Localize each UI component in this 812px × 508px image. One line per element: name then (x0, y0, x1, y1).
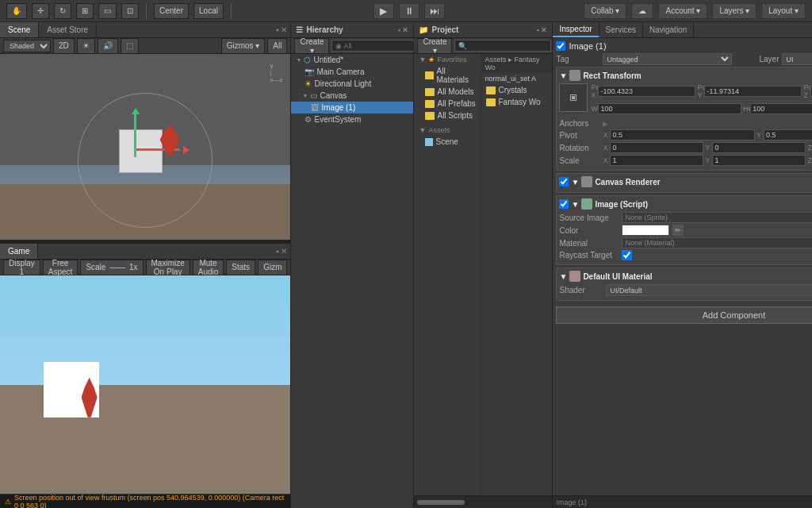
shader-select[interactable]: UI/Default (606, 284, 812, 296)
add-component-btn[interactable]: Add Component (556, 306, 812, 324)
rect-transform-icon (569, 70, 580, 81)
project-assets-header: ▼ Assets (414, 125, 481, 136)
pause-btn[interactable]: ⏸ (399, 3, 419, 19)
navigation-tab[interactable]: Navigation (643, 22, 694, 37)
scale-btn[interactable]: Scale —— 1x (80, 260, 143, 275)
account-btn[interactable]: Account ▾ (658, 3, 707, 19)
game-panel-ctrl: ▪ ✕ (273, 247, 290, 256)
scene-tab[interactable]: Scene (0, 22, 39, 37)
height-input[interactable] (750, 103, 812, 114)
hierarchy-item-canvas[interactable]: ▼ ▭ Canvas (291, 90, 413, 102)
folder-prefabs-icon (425, 100, 435, 108)
image-script-checkbox[interactable] (559, 199, 569, 209)
project-all-materials[interactable]: All Materials (414, 65, 481, 86)
maximize-btn[interactable]: Maximize On Play (146, 260, 190, 275)
project-all-models[interactable]: All Models (414, 86, 481, 98)
asset-store-tab[interactable]: Asset Store (39, 22, 97, 37)
transform-tool-btn[interactable]: ⊡ (121, 3, 139, 19)
color-eyedropper[interactable]: ✏ (672, 225, 684, 236)
project-all-scripts[interactable]: All Scripts (414, 110, 481, 121)
pivot-x-input[interactable] (610, 129, 755, 140)
display-select[interactable]: Display 1 (3, 260, 40, 275)
pos-y-input[interactable] (704, 86, 802, 97)
aspect-select[interactable]: Free Aspect (43, 260, 79, 275)
lighting-btn[interactable]: ☀ (77, 38, 95, 54)
local-btn[interactable]: Local (193, 3, 224, 19)
project-scene-item[interactable]: Scene (414, 136, 481, 148)
hand-tool-btn[interactable]: ✋ (6, 3, 27, 19)
move-tool-btn[interactable]: ✛ (32, 3, 49, 19)
layer-label: Layer (735, 55, 779, 64)
scale-y-input[interactable] (712, 155, 806, 166)
scale-x-input[interactable] (610, 155, 703, 166)
width-field: Width (591, 101, 741, 117)
gizmos-btn[interactable]: Gizmos ▾ (221, 38, 266, 54)
scale-tool-btn[interactable]: ⊞ (76, 3, 94, 19)
stats-btn[interactable]: Stats (226, 260, 255, 275)
all-models-label: All Models (437, 87, 473, 96)
inspector-bottom-label: Image (1) (556, 498, 587, 506)
2d-btn[interactable]: 2D (53, 38, 75, 54)
layer-select[interactable]: UI (782, 53, 812, 65)
center-btn[interactable]: Center (154, 3, 189, 19)
project-create-btn[interactable]: Create ▾ (417, 38, 452, 54)
project-search[interactable] (454, 40, 551, 52)
pivot-y-input[interactable] (764, 129, 812, 140)
audio-btn[interactable]: 🔊 (98, 38, 118, 54)
normal-ui-item[interactable]: normal_ui_set A (481, 73, 552, 84)
play-btn[interactable]: ▶ (373, 3, 394, 19)
canvas-renderer-checkbox[interactable] (559, 177, 569, 187)
rotate-tool-btn[interactable]: ↻ (54, 3, 71, 19)
rot-y-input[interactable] (712, 142, 806, 153)
raycast-row: Raycast Target (559, 250, 812, 260)
cloud-btn[interactable]: ☁ (631, 3, 653, 19)
services-tab[interactable]: Services (599, 22, 643, 37)
raycast-checkbox[interactable] (622, 250, 632, 260)
inspector-panel: Inspector Services Navigation ▪ ✕ Image … (553, 22, 812, 508)
layers-btn[interactable]: Layers ▾ (712, 3, 756, 19)
shaded-select[interactable]: Shaded (3, 40, 51, 52)
rot-x-input[interactable] (610, 142, 703, 153)
pos-x-label: Pos X (591, 83, 597, 99)
hierarchy-item-main-camera[interactable]: 📷 Main Camera (291, 66, 413, 78)
color-swatch[interactable] (622, 225, 669, 236)
project-crystals[interactable]: Crystals (481, 84, 552, 96)
project-all-prefabs[interactable]: All Prefabs (414, 98, 481, 110)
gizmos-game-btn[interactable]: Gizm (258, 260, 287, 275)
project-scrollbar[interactable] (417, 500, 465, 505)
shader-label: Shader (559, 286, 603, 294)
hierarchy-item-untitled[interactable]: ▼ ⬡ Untitled* (291, 54, 413, 66)
hierarchy-label-main-camera: Main Camera (316, 67, 364, 76)
pivot-fields: X Y (603, 129, 812, 140)
pos-x-input[interactable] (598, 86, 695, 97)
mute-btn[interactable]: Mute Audio (193, 260, 224, 275)
hierarchy-item-eventsystem[interactable]: ⚙ EventSystem (291, 114, 413, 125)
hierarchy-item-directional-light[interactable]: ☀ Directional Light (291, 78, 413, 90)
rect-tool-btn[interactable]: ▭ (98, 3, 117, 19)
rect-expand-icon: ▼ (559, 71, 567, 80)
layout-btn[interactable]: Layout ▾ (761, 3, 806, 19)
project-fantasy-wo[interactable]: Fantasy Wo (481, 96, 552, 108)
rot-z-label: Z (807, 144, 812, 152)
rect-transform-label: Rect Transform (583, 71, 641, 80)
hierarchy-create-btn[interactable]: Create ▾ (294, 38, 329, 54)
object-active-checkbox[interactable] (556, 41, 565, 51)
width-input[interactable] (598, 103, 741, 114)
tag-select[interactable]: Untagged (603, 53, 732, 65)
all-btn[interactable]: All (267, 38, 287, 54)
step-btn[interactable]: ⏭ (424, 3, 445, 19)
hierarchy-item-image[interactable]: 🖼 Image (1) (291, 102, 413, 114)
collab-btn[interactable]: Collab ▾ (584, 3, 626, 19)
status-bar: ⚠ Screen position out of view frustum (s… (0, 494, 290, 508)
hierarchy-label-untitled: Untitled* (313, 56, 343, 64)
game-tab[interactable]: Game (0, 244, 38, 259)
rect-transform-section: ▼ Rect Transform ⚙ ≡ (556, 67, 812, 171)
scale-z-field: Z (807, 155, 812, 166)
project-right-column: Assets ▸ Fantasy Wo normal_ui_set A Crys… (481, 54, 552, 495)
wh-row: Width Height R (591, 101, 812, 117)
image-script-label: Image (Script) (595, 200, 648, 209)
project-header: 📁 Project ▪ ✕ (414, 22, 552, 38)
fx-btn[interactable]: ⬚ (121, 38, 139, 54)
anchor-preset-btn[interactable] (559, 83, 588, 112)
inspector-tab[interactable]: Inspector (553, 22, 599, 37)
